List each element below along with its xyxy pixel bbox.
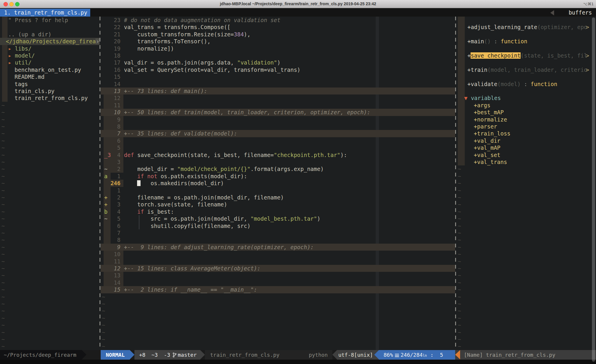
nerdtree-empty-line: ~ bbox=[0, 251, 100, 258]
code-line[interactable]: 8 bbox=[101, 123, 455, 130]
code-window[interactable]: 23# do not do data augmentation on valid… bbox=[101, 17, 455, 350]
window-separator[interactable] bbox=[455, 17, 456, 350]
code-line[interactable]: ~5 src = os.path.join(model_dir, "model_… bbox=[101, 215, 455, 222]
dir-name: libs/ bbox=[15, 45, 31, 52]
code-line[interactable]: 23# do not do data augmentation on valid… bbox=[101, 17, 455, 24]
code-line[interactable]: 18 bbox=[101, 52, 455, 59]
nerdtree-item-libs[interactable]: ▸ libs/ bbox=[0, 45, 100, 52]
nerdtree-empty-line: ~ bbox=[0, 116, 100, 123]
tagbar-item-best_mAP[interactable]: +best_mAP bbox=[456, 109, 596, 116]
nerdtree-item-tags[interactable]: tags bbox=[0, 81, 100, 88]
code-line[interactable]: _34def save_checkpoint(state, is_best, f… bbox=[101, 151, 455, 158]
tagbar-item-args[interactable]: +args bbox=[456, 102, 596, 109]
line-number: 14 bbox=[104, 81, 120, 88]
tagbar-item-adjust_learning_rate[interactable]: +adjust_learning_rate(optimizer, epo> bbox=[456, 24, 596, 31]
code-line[interactable]: 3 bbox=[101, 158, 455, 165]
tagbar-item-train[interactable]: +train(model, train_loader, criterio> bbox=[456, 66, 596, 73]
line-number: 17 bbox=[104, 59, 120, 66]
code-line[interactable]: 12 bbox=[101, 94, 455, 101]
code-line[interactable]: 16val_set = QuerySet(root=val_dir, trans… bbox=[101, 66, 455, 73]
code-line[interactable]: a1 if not os.path.exists(model_dir): bbox=[101, 173, 455, 180]
code-line[interactable]: 20 transforms.ToTensor(), bbox=[101, 38, 455, 45]
code-fold-line[interactable]: 9+-- 9 lines: def adjust_learning_rate(o… bbox=[101, 244, 455, 251]
code-line[interactable]: +2 filename = os.path.join(model_dir, fi… bbox=[101, 194, 455, 201]
scrollbar[interactable] bbox=[592, 17, 595, 362]
code-line[interactable]: 14 bbox=[101, 81, 455, 88]
code-line[interactable]: 7 bbox=[101, 229, 455, 236]
file-name: train_cls.py bbox=[15, 88, 54, 94]
dir-name: model/ bbox=[15, 52, 35, 59]
tilde-marker: ~ bbox=[1, 208, 5, 215]
tagbar-item-train_loss[interactable]: +train_loss bbox=[456, 130, 596, 137]
code-line[interactable]: 21 custom_transform.Resize(size=384), bbox=[101, 31, 455, 38]
tagbar-section-variables[interactable]: ▼ variables bbox=[456, 94, 596, 101]
code-line[interactable]: 17val_dir = os.path.join(args.data, "val… bbox=[101, 59, 455, 66]
tagbar-empty-line: ~ bbox=[456, 215, 596, 222]
tagbar-item-val_dir[interactable]: +val_dir bbox=[456, 137, 596, 144]
code-line[interactable]: 13 bbox=[101, 272, 455, 279]
nerdtree-item-train_retr_from_cls.py[interactable]: train_retr_from_cls.py bbox=[0, 94, 100, 101]
code-line[interactable]: +3 torch.save(state, filename) bbox=[101, 201, 455, 208]
code-line[interactable]: 5 bbox=[101, 144, 455, 151]
code-fold-line[interactable]: 7+-- 35 lines: def validate(model): bbox=[101, 130, 455, 137]
code-text: val_dir = os.path.join(args.data, "valid… bbox=[124, 59, 281, 66]
tagbar-item-normalize[interactable]: +normalize bbox=[456, 116, 596, 123]
tab-current-buffer[interactable]: 1. train_retr_from_cls.py bbox=[0, 9, 90, 17]
nerdtree-item-updir[interactable]: .. (up a dir) bbox=[0, 31, 100, 38]
tilde-marker: ~ bbox=[1, 109, 5, 115]
tilde-marker: ~ bbox=[1, 173, 5, 179]
code-line[interactable]: 9 bbox=[101, 116, 455, 123]
code-line[interactable]: ~2 model_dir = "model/check_point/{}".fo… bbox=[101, 165, 455, 172]
nerdtree-item-root[interactable]: </jdhao/Projects/deep_firear› bbox=[0, 38, 100, 45]
code-line[interactable]: 8 bbox=[101, 236, 455, 243]
code-fold-line[interactable]: 13+-- 73 lines: def main(): bbox=[101, 88, 455, 94]
code-line[interactable]: 22val_trans = transforms.Compose([ bbox=[101, 24, 455, 31]
code-line[interactable]: 11 bbox=[101, 258, 455, 265]
code-line[interactable]: 19 normalize]) bbox=[101, 45, 455, 52]
tagbar-item-validate[interactable]: +validate(model) : function bbox=[456, 81, 596, 88]
tagbar-item-val_set[interactable]: +val_set bbox=[456, 151, 596, 158]
tagbar-item-save_checkpoint[interactable]: +save_checkpoint(state, is_best, fil> bbox=[456, 52, 596, 59]
tilde-marker: ~ bbox=[458, 329, 461, 336]
code-fold-line[interactable]: 12+-- 15 lines: class AverageMeter(objec… bbox=[101, 265, 455, 272]
line-number: 18 bbox=[104, 52, 120, 59]
code-line[interactable]: 15 bbox=[101, 73, 455, 80]
line-number: 20 bbox=[104, 38, 120, 45]
code-line[interactable]: 11 bbox=[101, 102, 455, 109]
nerdtree-item-help[interactable]: " Press ? for help bbox=[0, 17, 100, 24]
tagbar-item-val_mAP[interactable]: +val_mAP bbox=[456, 144, 596, 151]
tilde-marker: ~ bbox=[1, 138, 5, 144]
code-line[interactable]: 10 bbox=[101, 251, 455, 258]
buffers-label[interactable]: buffers bbox=[569, 9, 592, 17]
code-line[interactable]: b4 if is_best: bbox=[101, 208, 455, 215]
code-text: torch.save(state, filename) bbox=[124, 201, 227, 208]
code-line[interactable]: 6 bbox=[101, 137, 455, 144]
nerdtree-item-util[interactable]: ▸ util/ bbox=[0, 59, 100, 66]
tilde-marker: ~ bbox=[458, 251, 461, 257]
nerdtree-item-benchmark_on_test.py[interactable]: benchmark_on_test.py bbox=[0, 66, 100, 73]
nerdtree-empty-line: ~ bbox=[0, 215, 100, 222]
tagbar-empty-line: ~ bbox=[456, 279, 596, 286]
tilde-marker: ~ bbox=[458, 322, 461, 328]
code-empty-line: ~ bbox=[101, 300, 455, 307]
code-line[interactable]: 6 shutil.copyfile(filename, src) bbox=[101, 222, 455, 229]
nerdtree-item-model[interactable]: ▸ model/ bbox=[0, 52, 100, 59]
nerdtree-item-train_cls.py[interactable]: train_cls.py bbox=[0, 88, 100, 94]
code-line[interactable]: 1 bbox=[101, 187, 455, 194]
tilde-marker: ~ bbox=[458, 173, 461, 179]
tagbar-item-val_trans[interactable]: +val_trans bbox=[456, 158, 596, 165]
nerdtree-item-README.md[interactable]: README.md bbox=[0, 73, 100, 80]
code-line[interactable]: 246 os.makedirs(model_dir) bbox=[101, 180, 455, 187]
code-fold-line[interactable]: 10+-- 50 lines: def train(model, train_l… bbox=[101, 109, 455, 116]
code-line[interactable]: 14 bbox=[101, 279, 455, 286]
code-text: if is_best: bbox=[124, 208, 174, 215]
tagbar-item-main[interactable]: +main() : function bbox=[456, 38, 596, 45]
powerline-arrow-orange bbox=[455, 350, 460, 359]
line-number: 10 bbox=[104, 109, 120, 116]
line-number: 11 bbox=[104, 258, 120, 265]
tagbar-item-parser[interactable]: +parser bbox=[456, 123, 596, 130]
tilde-marker: ~ bbox=[1, 237, 5, 243]
code-fold-line[interactable]: 15+-- 2 lines: if __name__ == "__main__"… bbox=[101, 286, 455, 293]
tagbar-empty-line: ~ bbox=[456, 300, 596, 307]
window-separator[interactable] bbox=[100, 17, 100, 350]
